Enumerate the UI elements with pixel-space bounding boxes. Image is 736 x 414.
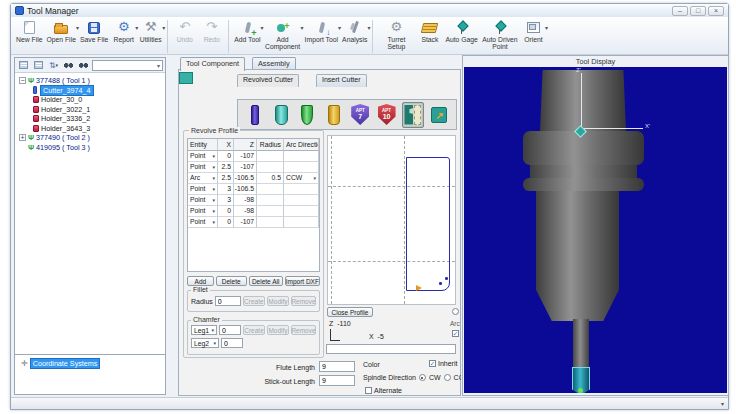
entity-cell[interactable]: Point▾	[188, 217, 218, 228]
cutter-type-apt10[interactable]: APT10	[376, 102, 397, 128]
tree-item-holder[interactable]: Holder_30_0	[32, 95, 165, 105]
radius-cell[interactable]	[257, 206, 284, 217]
cutter-type-flat-endmill[interactable]	[244, 102, 265, 128]
x-cell[interactable]: 0	[218, 206, 234, 217]
dropdown-icon[interactable]: ▾	[212, 173, 215, 183]
tree-item-holder[interactable]: Holder_3336_2	[32, 114, 165, 124]
new-file-button[interactable]: New File	[14, 19, 44, 43]
ccw-radio[interactable]	[444, 374, 451, 381]
alternate-checkbox[interactable]	[365, 387, 372, 394]
status-dropdown-icon[interactable]: ▾	[721, 400, 724, 407]
auto-driven-point-button[interactable]: Auto Driven Point	[480, 19, 520, 51]
tree-item-tool2[interactable]: +Ψ377490 ( Tool 2 )	[19, 133, 165, 143]
chamfer-create-button[interactable]: Create	[243, 325, 265, 335]
dropdown-icon[interactable]: ▾	[313, 173, 316, 183]
alternate-checkbox-row[interactable]: Alternate	[365, 387, 402, 394]
tree-view-button[interactable]	[17, 59, 30, 71]
add-button[interactable]: Add	[187, 276, 214, 286]
delete-all-button[interactable]: Delete All	[249, 276, 283, 286]
radius-cell[interactable]	[257, 151, 284, 162]
dropdown-icon[interactable]: ▾	[212, 162, 215, 172]
radius-cell[interactable]	[257, 195, 284, 206]
delete-button[interactable]: Delete	[216, 276, 247, 286]
tree-item-cutter[interactable]: Cutter_3974_4	[32, 86, 165, 96]
entity-cell[interactable]: Point▾	[188, 206, 218, 217]
tab-insert-cutter[interactable]: Insert Cutter	[316, 74, 367, 87]
cutter-type-ball-endmill[interactable]	[270, 102, 291, 128]
arc-cell[interactable]	[284, 217, 319, 228]
fillet-modify-button[interactable]: Modify	[267, 296, 289, 306]
dropdown-icon[interactable]: ▾	[212, 184, 215, 194]
import-tool-button[interactable]: ▾Import Tool	[303, 19, 341, 43]
z-cell[interactable]: -107	[234, 151, 257, 162]
expander-icon[interactable]: +	[19, 134, 26, 141]
inherit-checkbox-row[interactable]: ✓Inherit	[429, 360, 457, 367]
chamfer-leg1-input[interactable]	[219, 325, 241, 335]
tab-revolved-cutter[interactable]: Revolved Cutter	[237, 74, 299, 87]
auto-gage-button[interactable]: Auto Gage	[443, 19, 480, 43]
tool-3d-viewport[interactable]: Z' X'	[464, 67, 727, 393]
arc-cell[interactable]	[284, 206, 319, 217]
fillet-create-button[interactable]: Create	[243, 296, 265, 306]
redo-button[interactable]: ↷Redo	[198, 19, 225, 43]
cw-radio[interactable]	[419, 374, 426, 381]
dropdown-icon[interactable]: ▾	[212, 195, 215, 205]
maximize-button[interactable]: □	[690, 6, 706, 16]
tree-filter-combobox[interactable]: ▾	[92, 60, 163, 71]
entity-cell[interactable]: Point▾	[188, 151, 218, 162]
expander-icon[interactable]: −	[19, 77, 26, 84]
stickout-length-input[interactable]	[319, 375, 355, 386]
import-dxf-button[interactable]: Import DXF	[285, 276, 320, 286]
dropdown-icon[interactable]: ▾	[545, 25, 548, 32]
x-cell[interactable]: 3	[218, 195, 234, 206]
cutter-type-bullnose[interactable]	[323, 102, 344, 128]
table-row[interactable]: Point▾0-98	[188, 206, 319, 217]
inherit-checkbox[interactable]: ✓	[429, 360, 436, 367]
arc-cell[interactable]	[284, 195, 319, 206]
table-row[interactable]: Point▾0-107	[188, 151, 319, 162]
stack-button[interactable]: Stack	[416, 19, 443, 43]
utilities-button[interactable]: ⚒▾Utilities	[137, 19, 164, 43]
chamfer-leg2-combobox[interactable]: Leg2▾	[191, 338, 219, 348]
save-file-button[interactable]: Save File	[78, 19, 110, 43]
flute-length-input[interactable]	[319, 361, 355, 372]
find-button[interactable]	[62, 59, 75, 71]
add-tool-button[interactable]: ▾Add Tool	[232, 19, 262, 43]
z-cell[interactable]: -98	[234, 206, 257, 217]
table-row[interactable]: Point▾2.5-107	[188, 162, 319, 173]
profile-preview-canvas[interactable]	[327, 135, 456, 305]
turret-setup-button[interactable]: ⚙Turret Setup	[376, 19, 416, 51]
entity-cell[interactable]: Point▾	[188, 162, 218, 173]
close-button[interactable]: ×	[708, 6, 724, 16]
tree-detail-button[interactable]	[32, 59, 45, 71]
entity-cell[interactable]: Arc▾	[188, 173, 218, 184]
entity-cell[interactable]: Point▾	[188, 195, 218, 206]
x-cell[interactable]: 2.5	[218, 173, 234, 184]
chamfer-leg2-input[interactable]	[221, 338, 243, 348]
arc-cell[interactable]	[284, 162, 319, 173]
arc-radio[interactable]	[452, 308, 459, 315]
find-next-button[interactable]	[77, 59, 90, 71]
orient-button[interactable]: ▾Orient	[520, 19, 547, 43]
arc-cell[interactable]	[284, 151, 319, 162]
tree-item-holder[interactable]: Holder_3643_3	[32, 124, 165, 134]
analysis-button[interactable]: ▾Analysis	[340, 19, 369, 43]
arc-cell[interactable]	[284, 184, 319, 195]
x-cell[interactable]: 2.5	[218, 162, 234, 173]
x-cell[interactable]: 3	[218, 184, 234, 195]
add-component-button[interactable]: ▾Add Component	[263, 19, 303, 51]
cutter-type-import-profile[interactable]: ↗	[429, 102, 450, 128]
report-button[interactable]: ⚙▾Report	[110, 19, 137, 43]
table-row[interactable]: Point▾3-98	[188, 195, 319, 206]
color-swatch[interactable]	[179, 72, 193, 84]
table-row[interactable]: Point▾0-107	[188, 217, 319, 228]
arc-direction-cell[interactable]: CCW▾	[284, 173, 319, 184]
table-row[interactable]: Point▾3-106.5	[188, 184, 319, 195]
dropdown-icon[interactable]: ▾	[367, 25, 370, 32]
entity-cell[interactable]: Point▾	[188, 184, 218, 195]
dropdown-icon[interactable]: ▾	[212, 217, 215, 227]
radius-cell[interactable]	[257, 184, 284, 195]
chamfer-remove-button[interactable]: Remove	[291, 325, 316, 335]
dropdown-icon[interactable]: ▾	[212, 151, 215, 161]
coordinate-systems-item[interactable]: ✛Coordinate Systems	[21, 359, 165, 369]
